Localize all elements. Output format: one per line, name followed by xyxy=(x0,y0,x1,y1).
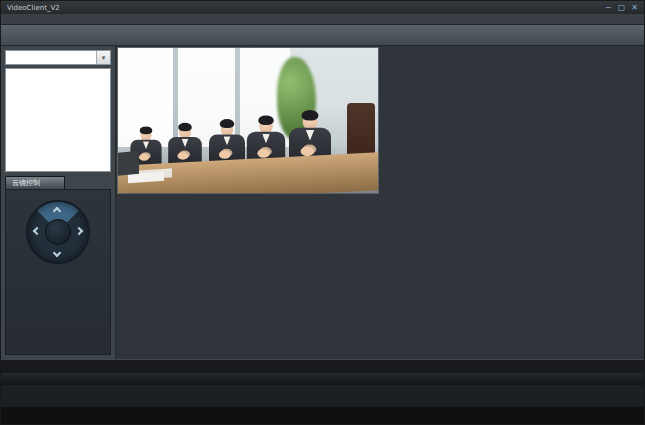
ptz-panel-header[interactable]: 云镜控制 xyxy=(5,176,65,189)
video-grid xyxy=(116,46,644,336)
device-combo[interactable]: ▾ xyxy=(5,50,111,65)
ptz-panel xyxy=(5,189,111,355)
close-button[interactable]: ✕ xyxy=(631,3,638,12)
scene-laptop xyxy=(117,151,139,177)
ptz-up-icon[interactable] xyxy=(53,207,61,215)
alarm-table-header xyxy=(1,373,644,385)
alarm-panel xyxy=(1,359,644,407)
alarm-tab-bar xyxy=(1,360,644,373)
device-tree xyxy=(5,68,111,172)
ptz-center-knob[interactable] xyxy=(45,219,71,245)
menu-bar xyxy=(1,14,644,25)
title-bar: VideoClient_V2 −▢✕ xyxy=(1,1,644,14)
bottom-toolbar xyxy=(1,407,644,424)
video-tile-live[interactable] xyxy=(117,47,379,194)
nav-tab-bar xyxy=(1,25,644,46)
ptz-left-icon[interactable] xyxy=(33,227,41,235)
device-combo-input[interactable] xyxy=(6,51,96,64)
ptz-down-icon[interactable] xyxy=(53,249,61,257)
window-title: VideoClient_V2 xyxy=(7,4,60,12)
content-area: ▾ 云镜控制 xyxy=(1,46,644,359)
ptz-right-icon[interactable] xyxy=(75,227,83,235)
maximize-button[interactable]: ▢ xyxy=(618,3,626,12)
video-main xyxy=(116,46,644,359)
ptz-dpad[interactable] xyxy=(26,200,90,264)
app-window: VideoClient_V2 −▢✕ ▾ 云镜控制 xyxy=(0,0,645,425)
chevron-down-icon[interactable]: ▾ xyxy=(96,51,110,64)
sidebar: ▾ 云镜控制 xyxy=(1,46,116,359)
layout-bar xyxy=(116,336,644,359)
window-controls: −▢✕ xyxy=(605,3,638,12)
minimize-button[interactable]: − xyxy=(605,3,612,12)
ptz-panel-title: 云镜控制 xyxy=(12,178,40,188)
